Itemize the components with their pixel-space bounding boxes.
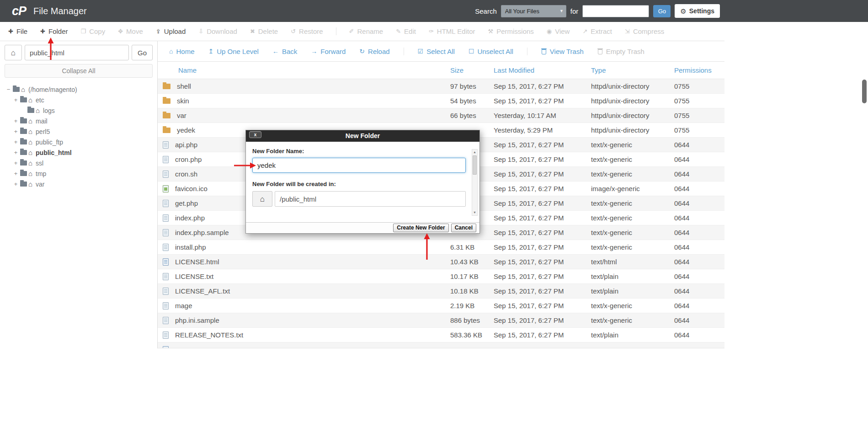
tree-item[interactable]: − (/home/magento) — [5, 84, 153, 95]
file-toolbar-item[interactable]: Up One Level — [208, 48, 258, 55]
toolbar-item[interactable]: Edit — [396, 27, 416, 35]
cell-type: text/html — [591, 258, 674, 266]
file-toolbar-item[interactable]: View Trash — [527, 48, 584, 55]
new-folder-name-input[interactable] — [252, 158, 466, 173]
toolbar-item[interactable]: Rename — [336, 27, 383, 35]
tree-item[interactable]: + public_ftp — [5, 137, 153, 147]
file-toolbar-item-icon — [469, 48, 474, 54]
column-size[interactable]: Size — [450, 66, 494, 74]
column-last-modified[interactable]: Last Modified — [494, 66, 591, 74]
column-permissions[interactable]: Permissions — [674, 66, 724, 74]
table-row[interactable]: LICENSE.html 10.43 KB Sep 15, 2017, 6:27… — [158, 255, 724, 269]
table-row[interactable]: shell 97 bytes Sep 15, 2017, 6:27 PM htt… — [158, 79, 724, 94]
file-toolbar-item-icon — [541, 48, 547, 54]
tree-toggle[interactable]: + — [13, 181, 19, 187]
tree-item[interactable]: + public_html — [5, 147, 153, 158]
file-toolbar-item[interactable]: Empty Trash — [597, 48, 644, 55]
tree-item-label: mail — [36, 118, 48, 125]
tree-toggle[interactable]: + — [13, 96, 19, 103]
file-toolbar-item[interactable]: Unselect All — [469, 48, 513, 55]
toolbar-item[interactable]: Copy — [81, 27, 106, 35]
tree-toggle[interactable]: + — [13, 139, 19, 145]
toolbar-item[interactable]: Permissions — [488, 27, 534, 35]
search-input[interactable] — [582, 5, 649, 17]
toolbar-item[interactable]: Folder — [40, 27, 68, 35]
table-row[interactable]: mage 2.19 KB Sep 15, 2017, 6:27 PM text/… — [158, 299, 724, 313]
toolbar-item[interactable]: Delete — [250, 27, 278, 35]
file-type-icon — [163, 98, 170, 104]
file-name: mage — [175, 302, 192, 310]
file-type-icon — [163, 288, 169, 295]
settings-label: Settings — [689, 7, 714, 15]
file-toolbar-item[interactable]: Home — [169, 48, 194, 55]
app-header: cP File Manager Search All Your Files fo… — [0, 0, 868, 22]
toolbar-item[interactable]: Restore — [291, 27, 323, 35]
toolbar-item-label: File — [16, 27, 27, 35]
table-row[interactable]: skin 54 bytes Sep 15, 2017, 6:27 PM http… — [158, 94, 724, 108]
tree-item-label: logs — [43, 107, 55, 114]
file-toolbar-item[interactable]: Reload — [359, 48, 389, 55]
table-row[interactable]: RELEASE_NOTES.txt 583.36 KB Sep 15, 2017… — [158, 328, 724, 342]
folder-location-input[interactable] — [275, 191, 466, 207]
tree-toggle[interactable]: + — [13, 118, 19, 124]
path-input[interactable] — [25, 45, 129, 60]
toolbar-item[interactable]: Extract — [582, 27, 612, 35]
tree-toggle[interactable]: − — [5, 86, 11, 93]
dialog-scrollbar[interactable]: ▲ ▼ — [472, 149, 478, 216]
collapse-all-button[interactable]: Collapse All — [5, 64, 153, 78]
location-home-button[interactable] — [252, 191, 272, 207]
column-name[interactable]: Name — [158, 66, 450, 74]
dialog-close-button[interactable]: x — [249, 131, 261, 138]
toolbar-item[interactable]: File — [8, 27, 27, 35]
tree-item[interactable]: + etc — [5, 95, 153, 105]
column-type[interactable]: Type — [591, 66, 674, 74]
tree-item[interactable]: + ssl — [5, 158, 153, 168]
table-row[interactable]: LICENSE_AFL.txt 10.18 KB Sep 15, 2017, 6… — [158, 284, 724, 299]
file-name: favicon.ico — [175, 185, 208, 192]
table-row[interactable] — [158, 342, 724, 348]
path-go-button[interactable]: Go — [132, 45, 153, 60]
tree-item-label: perl5 — [36, 128, 50, 135]
tree-item[interactable]: + var — [5, 179, 153, 189]
tree-toggle[interactable]: + — [13, 128, 19, 135]
tree-item[interactable]: logs — [5, 105, 153, 116]
page-scrollbar-thumb[interactable] — [862, 80, 867, 103]
tree-item[interactable]: + tmp — [5, 168, 153, 179]
toolbar-item[interactable]: Upload — [156, 27, 186, 35]
file-toolbar-item[interactable]: Back — [272, 48, 297, 55]
file-toolbar-item[interactable]: Select All — [404, 48, 455, 55]
table-row[interactable]: install.php 6.31 KB Sep 15, 2017, 6:27 P… — [158, 240, 724, 255]
tree-item[interactable]: + mail — [5, 116, 153, 126]
home-button[interactable] — [5, 45, 22, 60]
cancel-button[interactable]: Cancel — [451, 224, 476, 232]
table-row[interactable]: php.ini.sample 886 bytes Sep 15, 2017, 6… — [158, 313, 724, 328]
toolbar-item[interactable]: Download — [198, 27, 237, 35]
toolbar-item[interactable]: HTML Editor — [429, 27, 475, 35]
tree-folder-icon — [20, 118, 27, 123]
cell-last-modified: Sep 15, 2017, 6:27 PM — [494, 243, 591, 251]
scroll-down-arrow[interactable]: ▼ — [472, 210, 477, 215]
cell-name: var — [158, 112, 450, 119]
toolbar-item-icon — [156, 28, 161, 34]
table-row[interactable]: var 66 bytes Yesterday, 10:17 AM httpd/u… — [158, 108, 724, 123]
new-folder-name-label: New Folder Name: — [252, 148, 466, 155]
search-scope-select[interactable]: All Your Files — [501, 5, 566, 17]
file-name: shell — [177, 82, 191, 90]
table-row[interactable]: LICENSE.txt 10.17 KB Sep 15, 2017, 6:27 … — [158, 269, 724, 284]
tree-home-icon — [28, 149, 32, 156]
search-go-button[interactable]: Go — [653, 5, 671, 17]
tree-toggle[interactable]: + — [13, 160, 19, 166]
file-toolbar-item[interactable]: Forward — [311, 48, 346, 55]
create-new-folder-button[interactable]: Create New Folder — [393, 224, 448, 232]
toolbar-item[interactable]: View — [547, 27, 570, 35]
toolbar-item[interactable]: Compress — [625, 27, 664, 35]
tree-item[interactable]: + perl5 — [5, 126, 153, 137]
toolbar-item[interactable]: Move — [118, 27, 143, 35]
scroll-up-arrow[interactable]: ▲ — [472, 150, 477, 155]
cell-size: 97 bytes — [450, 82, 494, 90]
scroll-thumb[interactable] — [473, 155, 477, 175]
tree-toggle[interactable]: + — [13, 170, 19, 177]
tree-toggle[interactable]: + — [13, 149, 19, 156]
settings-button[interactable]: Settings — [675, 4, 720, 18]
toolbar-item-label: Compress — [633, 27, 664, 35]
